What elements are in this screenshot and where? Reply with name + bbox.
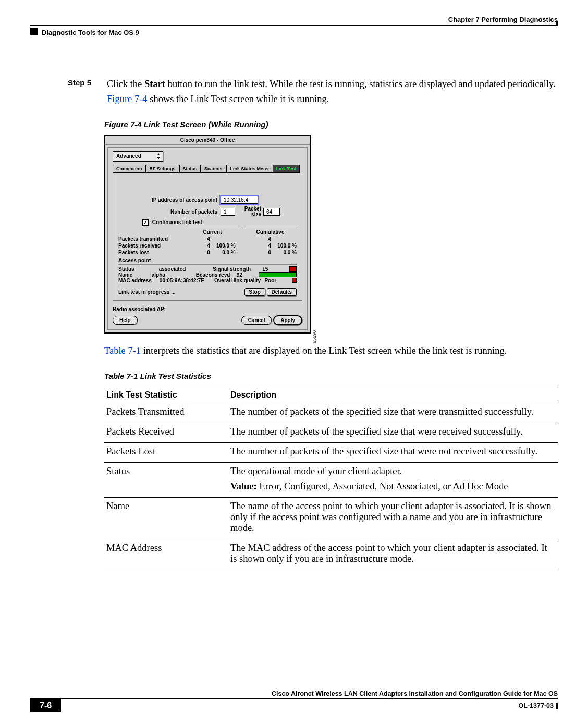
updown-icon: ▴▾ — [157, 152, 160, 161]
ap-sig-v: 15 — [262, 266, 289, 272]
v: 0.0 % — [271, 250, 297, 255]
v: 0.0 % — [210, 250, 236, 255]
window-title: Cisco pcm340 - Office — [105, 136, 310, 145]
post-figure-text: Table 7-1 interprets the statistics that… — [104, 345, 558, 357]
cell: The number of packets of the specified s… — [228, 443, 558, 463]
ap-status-v: associated — [159, 266, 213, 272]
th-description: Description — [228, 387, 558, 403]
step-body: Click the Start button to run the link t… — [107, 78, 556, 105]
apply-button[interactable]: Apply — [273, 315, 302, 325]
stop-button[interactable]: Stop — [244, 288, 265, 296]
ip-label: IP address of access point — [118, 197, 221, 203]
tab-status[interactable]: Status — [179, 165, 201, 173]
link-test-window: Cisco pcm340 - Office Advanced ▴▾ Connec… — [104, 135, 311, 334]
v: 4 — [236, 236, 271, 242]
header-section: Diagnostic Tools for Mac OS 9 — [42, 29, 139, 36]
ap-status-k: Status — [118, 266, 159, 272]
ap-bcn-v: 92 — [237, 272, 259, 278]
np-label: Number of packets — [118, 209, 221, 215]
tab-connection[interactable]: Connection — [113, 165, 146, 173]
help-button[interactable]: Help — [113, 316, 138, 325]
lbl: Packets received — [118, 243, 185, 249]
footer-tick — [556, 703, 558, 709]
figure-ref-link[interactable]: Figure 7-4 — [107, 94, 148, 104]
page-header: Chapter 7 Performing Diagnostics Diagnos… — [0, 0, 563, 50]
v: 4 — [185, 243, 210, 249]
start-word: Start — [144, 79, 165, 89]
ap-mac-k: MAC address — [118, 278, 160, 283]
table-row: Packets Received The number of packets o… — [104, 423, 558, 443]
t: Error, Configured, Associated, Not Assoc… — [257, 481, 508, 491]
t: The operational mode of your client adap… — [230, 466, 402, 476]
cell: The number of packets of the specified s… — [228, 423, 558, 443]
th-statistic: Link Test Statistic — [104, 387, 228, 403]
page-footer: Cisco Aironet Wireless LAN Client Adapte… — [0, 690, 563, 712]
radio-assoc-label: Radio associated AP: — [113, 306, 302, 312]
signal-bar — [289, 266, 297, 272]
ap-name-k: Name — [118, 272, 152, 278]
ap-name-v: alpha — [152, 272, 196, 278]
table-ref-link[interactable]: Table 7-1 — [104, 346, 141, 356]
progress-text: Link test in progress ... — [118, 289, 175, 295]
mode-dropdown[interactable]: Advanced ▴▾ — [113, 151, 163, 162]
cancel-button[interactable]: Cancel — [241, 316, 272, 325]
step-5: Step 5 Click the Start button to run the… — [68, 78, 558, 105]
ps-input[interactable]: 64 — [263, 208, 280, 216]
link-test-stats-table: Link Test Statistic Description Packets … — [104, 387, 558, 570]
dropdown-value: Advanced — [116, 153, 141, 159]
ap-bcn-k: Beacons rcvd — [196, 272, 237, 278]
cell: Status — [104, 463, 228, 498]
defaults-button[interactable]: Defaults — [267, 288, 297, 296]
table-row: MAC Address The MAC address of the acces… — [104, 539, 558, 570]
ip-input[interactable]: 10.32.16.4 — [221, 196, 258, 204]
cell: The name of the access point to which yo… — [228, 498, 558, 539]
t: interprets the statistics that are displ… — [141, 346, 507, 356]
tab-link-test[interactable]: Link Test — [273, 165, 300, 173]
page-number: 7-6 — [30, 699, 61, 712]
v: 4 — [185, 236, 210, 242]
table-row: Name The name of the access point to whi… — [104, 498, 558, 539]
v: 4 — [236, 243, 271, 249]
cell: Packets Transmitted — [104, 403, 228, 423]
table-row: Packets Transmitted The number of packet… — [104, 403, 558, 423]
v: 100.0 % — [271, 243, 297, 249]
table-row: Packets Lost The number of packets of th… — [104, 443, 558, 463]
col-current: Current — [186, 229, 239, 235]
t: button to run the link test. While the t… — [165, 79, 556, 89]
v: 0 — [236, 250, 271, 255]
tab-link-status-meter[interactable]: Link Status Meter — [227, 165, 273, 173]
v — [271, 236, 297, 242]
v: 0 — [185, 250, 210, 255]
row-pkts-rx: Packets received 4 100.0 % 4 100.0 % — [118, 243, 297, 249]
header-rule — [30, 25, 558, 26]
figure-caption: Figure 7-4 Link Test Screen (While Runni… — [104, 120, 558, 129]
t: Click the — [107, 79, 144, 89]
continuous-label: Continuous link test — [152, 219, 202, 225]
row-pkts-tx: Packets transmitted 4 4 — [118, 236, 297, 242]
tab-bar: Connection RF Settings Status Scanner Li… — [113, 165, 302, 173]
cell: The MAC address of the access point to w… — [228, 539, 558, 570]
tab-rf-settings[interactable]: RF Settings — [146, 165, 179, 173]
lbl: Packets transmitted — [118, 236, 185, 242]
cell: The operational mode of your client adap… — [228, 463, 558, 498]
np-input[interactable]: 1 — [221, 208, 235, 216]
table-row: Status The operational mode of your clie… — [104, 463, 558, 498]
cell: The number of packets of the specified s… — [228, 403, 558, 423]
ps-label: Packet size — [235, 206, 263, 217]
ap-olq-k: Overall link quality — [214, 278, 264, 283]
lbl: Packets lost — [118, 250, 185, 255]
tab-scanner[interactable]: Scanner — [201, 165, 227, 173]
col-cumulative: Cumulative — [244, 229, 297, 235]
table-caption: Table 7-1 Link Test Statistics — [104, 372, 558, 380]
cell: Packets Received — [104, 423, 228, 443]
ap-header: Access point — [118, 257, 297, 263]
footer-title: Cisco Aironet Wireless LAN Client Adapte… — [0, 690, 558, 697]
link-test-panel: IP address of access point 10.32.16.4 Nu… — [113, 173, 302, 301]
cell: MAC Address — [104, 539, 228, 570]
continuous-checkbox[interactable]: ✓ — [142, 219, 149, 226]
beacons-bar — [259, 272, 297, 277]
footer-ol: OL-1377-03 — [519, 702, 558, 709]
row-pkts-lost: Packets lost 0 0.0 % 0 0.0 % — [118, 250, 297, 255]
v — [210, 236, 236, 242]
t: shows the Link Test screen while it is r… — [148, 94, 329, 104]
